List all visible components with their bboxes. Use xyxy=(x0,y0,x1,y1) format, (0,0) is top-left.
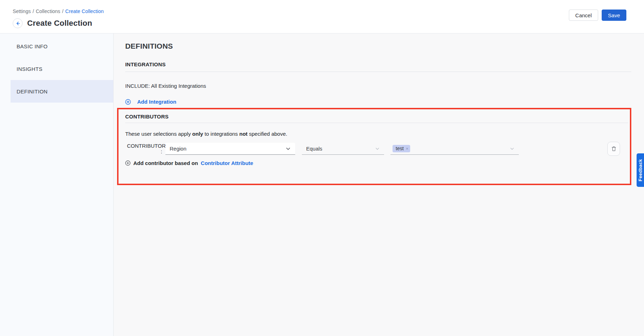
breadcrumb-create-collection[interactable]: Create Collection xyxy=(65,8,104,14)
plus-circle-icon xyxy=(125,99,131,105)
note-text: specified above. xyxy=(248,131,287,137)
page-header: Settings/Collections/Create Collection C… xyxy=(0,0,644,33)
contributors-note: These user selections apply only to inte… xyxy=(125,131,628,137)
value-tag: test × xyxy=(393,145,410,152)
note-bold-only: only xyxy=(192,131,203,137)
contributors-section-header: CONTRIBUTORS xyxy=(125,114,628,123)
sidebar-item-basic-info[interactable]: BASIC INFO xyxy=(11,35,113,57)
definition-panel: DEFINITIONS INTEGRATIONS INCLUDE: All Ex… xyxy=(114,33,644,336)
add-contributor-button[interactable]: Add contributor based on Contributor Att… xyxy=(125,160,253,166)
save-button[interactable]: Save xyxy=(602,10,626,21)
breadcrumb-separator: / xyxy=(62,8,63,14)
remove-tag-icon[interactable]: × xyxy=(406,146,409,151)
definitions-title: DEFINITIONS xyxy=(125,42,631,50)
page-title: Create Collection xyxy=(27,19,92,28)
value-tag-label: test xyxy=(396,146,404,151)
feedback-tab[interactable]: Feedback xyxy=(637,153,644,187)
sidebar-item-definition[interactable]: DEFINITION xyxy=(11,80,113,103)
attribute-select-value: Region xyxy=(170,146,187,152)
note-text: These user selections apply xyxy=(125,131,192,137)
operator-select[interactable]: Equals xyxy=(302,143,384,155)
breadcrumb-settings[interactable]: Settings xyxy=(13,8,31,14)
contributor-rule-row: CONTRIBUTOR : Region Equals test xyxy=(125,142,628,156)
note-bold-not: not xyxy=(239,131,248,137)
contributor-attribute-select[interactable]: Region xyxy=(165,143,295,155)
settings-sidebar: BASIC INFO INSIGHTS DEFINITION xyxy=(0,33,114,336)
highlight-annotation: CONTRIBUTORS These user selections apply… xyxy=(117,108,631,185)
add-contributor-label: Add contributor based on xyxy=(133,160,198,166)
attribute-values-select[interactable]: test × xyxy=(390,143,519,155)
breadcrumb-separator: / xyxy=(32,8,34,14)
contributor-row-label: CONTRIBUTOR : xyxy=(127,143,162,154)
breadcrumb: Settings/Collections/Create Collection xyxy=(13,8,104,14)
back-arrow-icon xyxy=(15,21,20,26)
chevron-down-icon xyxy=(375,146,380,151)
operator-select-value: Equals xyxy=(306,146,322,152)
include-integrations-text: INCLUDE: All Existing Integrations xyxy=(125,83,631,89)
add-integration-button[interactable]: Add Integration xyxy=(125,99,176,105)
trash-icon xyxy=(611,146,616,152)
cancel-button[interactable]: Cancel xyxy=(569,10,598,21)
sidebar-item-insights[interactable]: INSIGHTS xyxy=(11,57,113,80)
plus-circle-icon xyxy=(125,160,130,166)
contributor-attribute-link[interactable]: Contributor Attribute xyxy=(201,160,253,166)
note-text: to integrations xyxy=(203,131,239,137)
back-button[interactable] xyxy=(13,18,23,28)
add-integration-label: Add Integration xyxy=(137,99,176,105)
chevron-down-icon xyxy=(510,146,515,151)
breadcrumb-collections[interactable]: Collections xyxy=(36,8,60,14)
chevron-down-icon xyxy=(285,146,291,152)
delete-rule-button[interactable] xyxy=(607,142,620,156)
integrations-section-header: INTEGRATIONS xyxy=(125,61,631,72)
feedback-tab-label: Feedback xyxy=(638,159,643,181)
